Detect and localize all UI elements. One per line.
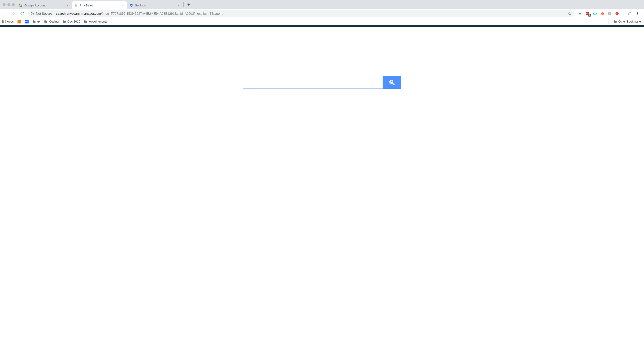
- bookmark-star-icon[interactable]: [568, 11, 572, 16]
- folder-icon: [32, 20, 36, 23]
- traffic-light-close-icon[interactable]: [3, 3, 6, 6]
- adblock-badge: 1: [588, 14, 591, 16]
- adblock-ext-icon[interactable]: ABP 1: [585, 11, 590, 16]
- search-button[interactable]: [382, 76, 401, 89]
- df-ext-icon[interactable]: d[: [627, 11, 632, 16]
- svg-rect-2: [75, 5, 77, 5]
- forward-button[interactable]: [10, 10, 18, 17]
- apps-shortcut[interactable]: Apps: [2, 20, 14, 23]
- magnifier-icon: [388, 79, 395, 86]
- bookmarks-bar: Apps Bē ux Coding Dec 2019 Appointments: [0, 18, 644, 25]
- tab-title: Settings: [135, 4, 174, 7]
- page-content: [0, 25, 644, 338]
- traffic-light-zoom-icon[interactable]: [12, 3, 15, 6]
- generic-ext-icon[interactable]: ft: [608, 11, 612, 16]
- tab-google-account[interactable]: Google Account: [16, 1, 72, 9]
- bookmark-stackoverflow[interactable]: [18, 20, 21, 23]
- bookmark-behance[interactable]: Bē: [25, 20, 28, 23]
- traffic-light-minimize-icon[interactable]: [7, 3, 10, 6]
- toolbar: Not Secure search.anysearchmanager.com/?…: [0, 9, 644, 18]
- video-ext-icon[interactable]: [600, 11, 604, 16]
- grammarly-ext-icon[interactable]: [593, 11, 597, 16]
- svg-rect-3: [75, 5, 77, 6]
- expressvpn-ext-icon[interactable]: [615, 11, 619, 16]
- folder-icon: [62, 20, 66, 23]
- other-bookmarks[interactable]: Other Bookmarks: [613, 20, 642, 23]
- bookmark-label: ux: [37, 20, 40, 23]
- back-button[interactable]: [2, 10, 9, 17]
- bookmark-folder-ux[interactable]: ux: [32, 20, 40, 23]
- address-bar[interactable]: Not Secure search.anysearchmanager.com/?…: [28, 10, 574, 17]
- toolbar-separator: [623, 11, 623, 16]
- other-bookmarks-label: Other Bookmarks: [618, 20, 642, 23]
- svg-point-13: [637, 12, 638, 13]
- tab-strip: Google Account Any Search Settings: [0, 0, 644, 9]
- url-text: search.anysearchmanager.com/?_pg=F727189…: [56, 12, 566, 15]
- gear-favicon-icon: [130, 3, 133, 7]
- bookmark-label: Appointments: [89, 20, 107, 23]
- close-tab-icon[interactable]: [176, 3, 180, 7]
- search-input[interactable]: [243, 76, 382, 89]
- tab-any-search[interactable]: Any Search: [72, 1, 127, 9]
- svg-rect-6: [32, 13, 32, 13]
- tab-settings[interactable]: Settings: [127, 1, 182, 9]
- svg-point-14: [637, 13, 638, 14]
- wikipedia-ext-icon[interactable]: W: [578, 11, 582, 16]
- security-label: Not Secure: [36, 12, 52, 15]
- svg-text:ft: ft: [609, 13, 610, 15]
- page-favicon-icon: [74, 3, 78, 7]
- folder-icon: [613, 20, 617, 23]
- omnibox-separator: [54, 12, 54, 15]
- bookmark-label: Coding: [49, 20, 58, 23]
- svg-rect-0: [75, 4, 78, 7]
- tab-separator: [183, 2, 184, 7]
- svg-point-9: [593, 12, 596, 15]
- apps-grid-icon: [2, 20, 6, 23]
- window-controls: [2, 3, 16, 6]
- tab-title: Google Account: [24, 4, 64, 7]
- svg-point-15: [637, 14, 638, 15]
- tab-title: Any Search: [80, 4, 119, 7]
- svg-rect-1: [75, 4, 76, 5]
- new-tab-button[interactable]: [186, 1, 192, 8]
- extensions-row: W ABP 1 ft d[: [576, 10, 642, 17]
- search-form: [243, 76, 401, 89]
- apps-label: Apps: [7, 20, 14, 23]
- folder-icon: [84, 20, 88, 23]
- close-tab-icon[interactable]: [121, 3, 125, 7]
- svg-point-17: [390, 81, 392, 83]
- close-tab-icon[interactable]: [66, 3, 70, 7]
- svg-point-12: [616, 12, 619, 15]
- reload-button[interactable]: [18, 10, 26, 17]
- stackoverflow-icon: [18, 20, 21, 23]
- bookmarks-separator: [608, 19, 609, 24]
- svg-line-18: [393, 83, 394, 85]
- not-secure-info-icon[interactable]: [30, 12, 34, 15]
- bookmark-folder-dec-2019[interactable]: Dec 2019: [62, 20, 80, 23]
- behance-icon: Bē: [25, 20, 28, 23]
- chrome-menu-button[interactable]: [634, 10, 641, 17]
- bookmark-label: Dec 2019: [68, 20, 80, 23]
- bookmark-folder-coding[interactable]: Coding: [44, 20, 58, 23]
- folder-icon: [44, 20, 48, 23]
- bookmark-folder-appointments[interactable]: Appointments: [84, 20, 107, 23]
- google-favicon-icon: [19, 3, 22, 7]
- svg-rect-5: [32, 13, 32, 14]
